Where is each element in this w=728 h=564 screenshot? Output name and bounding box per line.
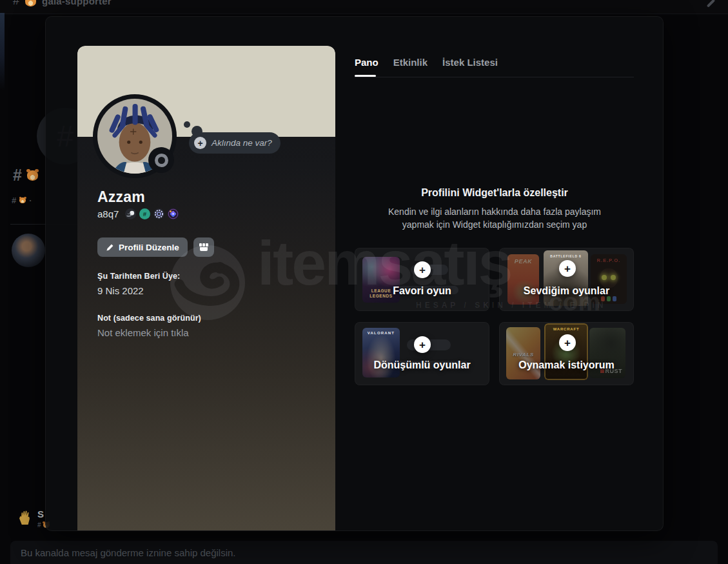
add-widget-button[interactable]: +: [414, 261, 431, 278]
plus-icon: +: [194, 137, 206, 149]
status-bubble-dot-small: [184, 121, 190, 128]
game-cover-peak: PEAK: [507, 254, 539, 305]
channel-welcome-subtext: # ·: [12, 196, 32, 205]
widget-card-label: Favori oyun: [355, 285, 489, 297]
hash-icon: #: [37, 521, 41, 529]
tiger-emoji-icon: [19, 197, 26, 203]
channel-welcome-heading: #: [13, 166, 38, 185]
widget-card-label: Oynamak istiyorum: [500, 359, 633, 371]
display-name: Azzam: [97, 188, 145, 206]
server-sidebar-fragment: [0, 13, 5, 90]
input-permission-notice: Bu kanalda mesaj gönderme iznine sahip d…: [21, 547, 236, 558]
hashtag-badge-icon: #: [139, 208, 150, 219]
channel-header-bar: # gala-supporter: [0, 0, 728, 14]
add-widget-button[interactable]: +: [559, 260, 576, 277]
raised-hand-emoji-icon: [19, 510, 30, 525]
message-input-disabled: Bu kanalda mesaj gönderme iznine sahip d…: [10, 541, 718, 564]
note-placeholder[interactable]: Not eklemek için tıkla: [97, 327, 189, 338]
tab-pano[interactable]: Pano: [355, 57, 379, 68]
diamond-badge-icon: [168, 208, 179, 219]
tiger-emoji-icon: [25, 0, 36, 6]
edit-profile-button[interactable]: Profili Düzenle: [97, 237, 188, 257]
game-cover-warcraft: WARCRAFT: [544, 323, 588, 380]
status-indicator-offline: [148, 147, 174, 173]
game-cover-battlefield: BATTLEFIELD 6: [544, 250, 588, 306]
tab-istek-listesi[interactable]: İstek Listesi: [442, 57, 498, 68]
add-status-bubble[interactable]: + Aklında ne var?: [189, 132, 280, 154]
wreath-badge-icon: [153, 208, 164, 219]
widget-card-want-to-play[interactable]: RIVALS WARCRAFT RUST + Oynamak istiyorum: [499, 322, 634, 385]
note-label: Not (sadece sana görünür): [97, 314, 201, 323]
channel-hash-icon: #: [13, 0, 19, 8]
pencil-icon: [106, 243, 114, 252]
widget-card-label: Dönüşümlü oyunlar: [355, 359, 489, 371]
widget-card-label: Sevdiğim oyunlar: [500, 285, 633, 297]
add-widget-button[interactable]: +: [559, 334, 576, 351]
svg-text:#: #: [143, 210, 147, 217]
widgets-subtitle-line1: Kendin ve ilgi alanların hakkında daha f…: [355, 205, 635, 218]
member-since-label: Şu Tarihten Beri Üye:: [97, 272, 180, 281]
tab-etkinlik[interactable]: Etkinlik: [393, 57, 428, 68]
hash-icon: #: [12, 196, 16, 205]
profile-card-panel: + Aklında ne var? Azzam a8q7 #: [77, 46, 335, 531]
tabs-divider: [355, 77, 634, 77]
game-cover-marvel-rivals: RIVALS: [506, 327, 540, 379]
profile-shop-button[interactable]: [193, 237, 214, 257]
member-since-value: 9 Nis 2022: [97, 285, 144, 296]
add-widget-button[interactable]: +: [414, 336, 431, 353]
badge-row: #: [125, 208, 179, 219]
widget-card-rotation-games[interactable]: VALORANT + Dönüşümlü oyunlar: [355, 322, 489, 385]
widgets-title: Profilini Widget'larla özelleştir: [355, 187, 635, 199]
tiger-emoji-icon: [27, 170, 38, 181]
comet-badge-icon: [125, 208, 136, 219]
username: a8q7: [97, 208, 119, 219]
widgets-subtitle-line2: yapmak için Widget kitaplığımızdan seçim…: [355, 218, 635, 231]
hash-icon: #: [13, 166, 22, 185]
status-bubble-text: Aklında ne var?: [212, 138, 272, 148]
message-author-avatar[interactable]: [12, 234, 45, 267]
channel-name: gala-supporter: [42, 0, 112, 6]
profile-modal: + Aklında ne var? Azzam a8q7 #: [45, 16, 664, 531]
pin-icon[interactable]: [706, 0, 716, 8]
widget-card-liked-games[interactable]: PEAK BATTLEFIELD 6 R.E.P.O. + Sevdiğim o…: [499, 248, 634, 311]
storefront-icon: [199, 243, 208, 251]
widget-card-favorite-game[interactable]: LEAGUE LEGENDS + Favori oyun: [355, 248, 489, 311]
profile-tabs: Pano Etkinlik İstek Listesi: [355, 57, 498, 68]
